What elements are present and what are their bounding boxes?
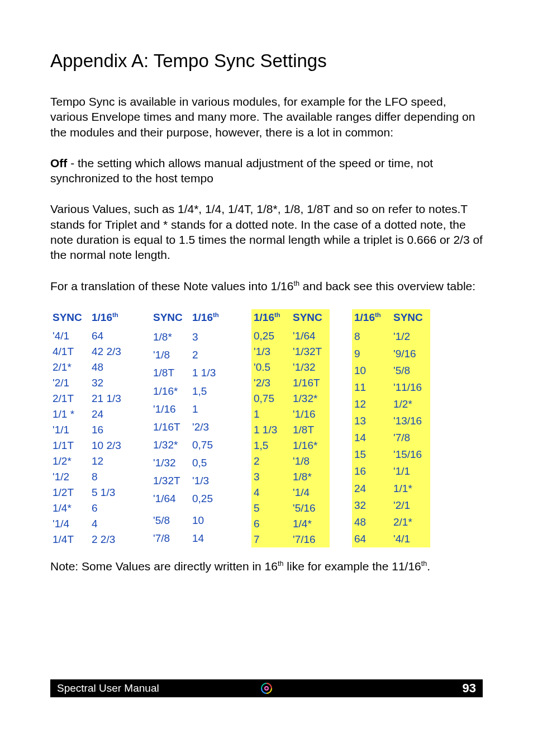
table-cell: 64 — [352, 531, 391, 547]
table-cell: '9/16 — [391, 345, 430, 362]
table-cell: '1/3 — [251, 344, 291, 360]
table-cell: '1/4 — [50, 516, 89, 532]
table-cell: 24 — [89, 407, 129, 422]
table-cell: '1/16 — [291, 407, 330, 422]
table-cell: 10 — [352, 362, 391, 379]
table-cell: 1/32* — [291, 391, 330, 407]
table-cell: 1/4* — [291, 516, 330, 532]
table-cell: 48 — [352, 514, 391, 531]
table-cell: 1/1T — [50, 438, 89, 453]
table-cell: 10 2/3 — [89, 438, 129, 453]
table-row: 2'1/8 — [251, 453, 330, 469]
table-cell: '1/2 — [50, 469, 89, 485]
table-cell: 1/1 * — [50, 407, 89, 422]
table-cell: 42 2/3 — [89, 344, 129, 360]
table-cell: 32 — [352, 497, 391, 514]
th-sync: SYNC — [391, 309, 430, 328]
note-sup2: th — [421, 560, 427, 568]
sync-table-1: SYNC 1/16th '4/1644/1T42 2/32/1*48'2/132… — [50, 309, 129, 547]
table-row: 15'15/16 — [352, 446, 430, 463]
table-cell: '1/4 — [291, 485, 330, 500]
table-row: 64'4/1 — [352, 531, 430, 547]
table-row: 1/4*6 — [50, 500, 129, 516]
table-row: 2/1*48 — [50, 360, 129, 375]
table-row: 241/1* — [352, 480, 430, 497]
page-footer: Spectral User Manual 93 — [50, 679, 483, 697]
table-cell: '1/3 — [190, 472, 229, 490]
note-c: . — [427, 560, 430, 573]
table-cell: '5/8 — [391, 362, 430, 379]
table-row: 1/4T2 2/3 — [50, 532, 129, 547]
table-cell: 11 — [352, 379, 391, 396]
table-cell: '1/64 — [151, 490, 190, 508]
table-cell: 14 — [352, 429, 391, 446]
table-cell: '7/8 — [391, 429, 430, 446]
table-cell: 1/4T — [50, 532, 89, 547]
p4b: and back see this overview table: — [299, 280, 475, 292]
th-16th: 1/16th — [352, 309, 391, 328]
page-heading: Appendix A: Tempo Sync Settings — [50, 50, 483, 72]
spiral-logo-icon — [260, 682, 273, 695]
table-cell: 1 — [251, 407, 291, 422]
table-cell: 3 — [190, 328, 229, 346]
table-cell: 1/32* — [151, 436, 190, 454]
table-row: '1/640,25 — [151, 490, 229, 508]
table-cell: 32 — [89, 375, 129, 391]
table-cell: 1/8T — [291, 422, 330, 438]
table-cell: 5 — [251, 500, 291, 516]
table-cell: 7 — [251, 532, 291, 547]
table-row: 1/2*12 — [50, 453, 129, 469]
table-cell: '1/1 — [391, 463, 430, 480]
table-row: '1/161 — [151, 400, 229, 418]
note-a: Note: Some Values are directly written i… — [50, 560, 278, 573]
table-cell: 1/1* — [391, 480, 430, 497]
table-cell: '7/8 — [151, 530, 190, 547]
table-cell: 0,75 — [190, 436, 229, 454]
table-row: 1 1/31/8T — [251, 422, 330, 438]
table-cell: '15/16 — [391, 446, 430, 463]
sync-tables: SYNC 1/16th '4/1644/1T42 2/32/1*48'2/132… — [50, 309, 483, 547]
table-row: '1/116 — [50, 422, 129, 438]
table-row: 1/1T10 2/3 — [50, 438, 129, 453]
table-cell — [151, 508, 190, 512]
table-cell: 1,5 — [190, 382, 229, 400]
table-cell: 13 — [352, 413, 391, 429]
off-label: Off — [50, 157, 67, 169]
table-row: 10'5/8 — [352, 362, 430, 379]
table-row: 2/1T21 1/3 — [50, 391, 129, 407]
table-cell: 2/1* — [391, 514, 430, 531]
table-row — [151, 508, 229, 512]
table-cell: 2/1T — [50, 391, 89, 407]
table-cell: '1/8 — [291, 453, 330, 469]
table-cell: '5/8 — [151, 512, 190, 530]
table-row: 31/8* — [251, 469, 330, 485]
table-cell: 1/4* — [50, 500, 89, 516]
table-cell: '1/8 — [151, 346, 190, 364]
table-row: 8'1/2 — [352, 328, 430, 345]
intro-paragraph-4: For a translation of these Note values i… — [50, 278, 483, 294]
table-cell: 2/1* — [50, 360, 89, 375]
footer-title: Spectral User Manual — [57, 682, 197, 694]
th-sync: SYNC — [151, 309, 190, 328]
intro-paragraph-3: Various Values, such as 1/4*, 1/4, 1/4T,… — [50, 201, 483, 262]
table-cell: '0.5 — [251, 360, 291, 375]
table-cell: 12 — [352, 396, 391, 413]
table-row: 1/32T'1/3 — [151, 472, 229, 490]
footnote: Note: Some Values are directly written i… — [50, 559, 483, 574]
th-16th: 1/16th — [251, 309, 291, 328]
table-row: '5/810 — [151, 512, 229, 530]
table-row: 1/16*1,5 — [151, 382, 229, 400]
table-row: 4/1T42 2/3 — [50, 344, 129, 360]
table-cell: 1/2T — [50, 485, 89, 500]
table-cell: 8 — [352, 328, 391, 345]
table-cell: 2 — [251, 453, 291, 469]
table-row: '1/44 — [50, 516, 129, 532]
table-row: 14'7/8 — [352, 429, 430, 446]
table-cell: 4/1T — [50, 344, 89, 360]
page-number: 93 — [336, 681, 476, 696]
table-cell: '2/1 — [50, 375, 89, 391]
table-cell: 1,5 — [251, 438, 291, 453]
table-cell: '2/3 — [190, 418, 229, 436]
table-cell: 16 — [89, 422, 129, 438]
table-cell: 24 — [352, 480, 391, 497]
